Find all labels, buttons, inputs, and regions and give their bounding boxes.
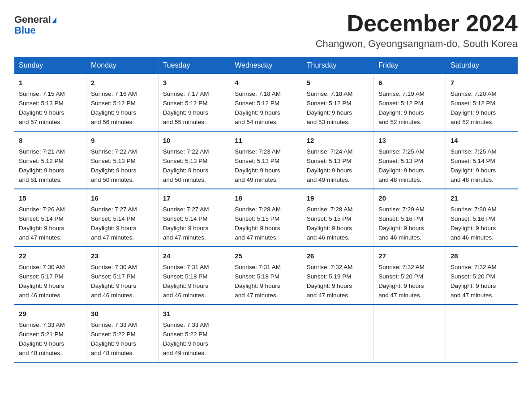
calendar-cell: 1Sunrise: 7:15 AMSunset: 5:13 PMDaylight… [14,74,86,131]
calendar-cell: 9Sunrise: 7:22 AMSunset: 5:13 PMDaylight… [86,131,159,189]
day-info-line: Sunrise: 7:25 AM [450,147,513,157]
calendar-cell: 12Sunrise: 7:24 AMSunset: 5:13 PMDayligh… [302,131,374,189]
calendar-cell: 20Sunrise: 7:29 AMSunset: 5:16 PMDayligh… [374,189,446,247]
day-number: 13 [378,135,441,146]
day-number: 23 [91,251,154,261]
day-info-line: Daylight: 9 hours [19,339,82,349]
day-number: 30 [91,308,154,319]
day-info-line: Sunset: 5:14 PM [19,214,82,224]
day-number: 24 [163,251,226,261]
day-info-line: and 46 minutes. [450,233,513,243]
day-number: 16 [91,193,154,203]
day-number: 8 [19,135,82,146]
day-info-line: Sunrise: 7:23 AM [235,147,297,157]
day-info-line: Sunset: 5:12 PM [235,99,297,108]
calendar-cell: 18Sunrise: 7:28 AMSunset: 5:15 PMDayligh… [230,189,302,247]
day-info-line: Sunrise: 7:31 AM [235,263,297,272]
day-info-line: and 48 minutes. [450,176,513,185]
day-number: 3 [163,77,226,88]
header-cell-sunday: Sunday [14,57,86,74]
day-info-line: Sunset: 5:22 PM [163,330,226,339]
day-info-line: Sunrise: 7:19 AM [378,90,441,99]
day-info-line: Sunrise: 7:30 AM [91,263,154,272]
day-info-line: Sunrise: 7:17 AM [163,90,226,99]
day-info-line: Daylight: 9 hours [19,166,82,176]
day-info-line: Sunset: 5:18 PM [235,272,297,282]
day-info-line: Sunrise: 7:33 AM [91,321,154,330]
header-cell-friday: Friday [374,57,446,74]
calendar-cell: 28Sunrise: 7:32 AMSunset: 5:20 PMDayligh… [446,247,518,304]
day-info-line: Daylight: 9 hours [91,282,154,291]
day-number: 14 [450,135,513,146]
calendar-header: SundayMondayTuesdayWednesdayThursdayFrid… [14,57,518,74]
calendar-cell: 31Sunrise: 7:33 AMSunset: 5:22 PMDayligh… [158,304,230,362]
day-info-line: Sunrise: 7:32 AM [307,263,369,272]
day-info-line: Sunrise: 7:31 AM [163,263,226,272]
day-info-line: Sunset: 5:20 PM [450,272,513,282]
day-info-line: and 46 minutes. [378,233,441,243]
calendar-cell: 14Sunrise: 7:25 AMSunset: 5:14 PMDayligh… [446,131,518,189]
day-number: 9 [91,135,154,146]
header-cell-wednesday: Wednesday [230,57,302,74]
day-info-line: Sunset: 5:19 PM [307,272,369,282]
day-info-line: Daylight: 9 hours [450,224,513,233]
day-info-line: Sunset: 5:18 PM [163,272,226,282]
day-number: 17 [163,193,226,203]
day-info-line: and 49 minutes. [235,176,297,185]
day-number: 25 [235,251,297,261]
day-info-line: and 47 minutes. [450,291,513,300]
day-info-line: and 50 minutes. [91,176,154,185]
day-info-line: and 51 minutes. [19,176,82,185]
day-info-line: Daylight: 9 hours [91,339,154,349]
calendar-cell: 24Sunrise: 7:31 AMSunset: 5:18 PMDayligh… [158,247,230,304]
day-info-line: Daylight: 9 hours [19,108,82,118]
calendar-cell: 27Sunrise: 7:32 AMSunset: 5:20 PMDayligh… [374,247,446,304]
header-cell-saturday: Saturday [446,57,518,74]
header-cell-monday: Monday [86,57,159,74]
day-info-line: and 52 minutes. [450,118,513,127]
calendar-cell: 7Sunrise: 7:20 AMSunset: 5:12 PMDaylight… [446,74,518,131]
day-info-line: Sunset: 5:17 PM [19,272,82,282]
day-info-line: Sunrise: 7:21 AM [19,147,82,157]
day-info-line: Sunset: 5:13 PM [163,157,226,166]
day-info-line: Sunset: 5:13 PM [235,157,297,166]
calendar-cell: 5Sunrise: 7:18 AMSunset: 5:12 PMDaylight… [302,74,374,131]
day-info-line: Daylight: 9 hours [307,224,369,233]
day-info-line: Sunrise: 7:24 AM [307,147,369,157]
day-info-line: Sunset: 5:13 PM [19,99,82,108]
calendar-cell [374,304,446,362]
day-info-line: and 49 minutes. [307,176,369,185]
day-info-line: Daylight: 9 hours [163,339,226,349]
day-info-line: and 48 minutes. [378,176,441,185]
day-info-line: Sunrise: 7:30 AM [450,205,513,214]
day-info-line: Daylight: 9 hours [235,108,297,118]
calendar-cell: 11Sunrise: 7:23 AMSunset: 5:13 PMDayligh… [230,131,302,189]
day-info-line: and 47 minutes. [378,291,441,300]
day-info-line: Sunset: 5:15 PM [235,214,297,224]
day-info-line: and 56 minutes. [91,118,154,127]
calendar-cell: 29Sunrise: 7:33 AMSunset: 5:21 PMDayligh… [14,304,86,362]
day-number: 15 [19,193,82,203]
day-info-line: Sunset: 5:12 PM [307,99,369,108]
day-info-line: and 47 minutes. [307,291,369,300]
day-number: 29 [19,308,82,319]
calendar-cell: 25Sunrise: 7:31 AMSunset: 5:18 PMDayligh… [230,247,302,304]
day-info-line: Daylight: 9 hours [163,166,226,176]
day-info-line: and 48 minutes. [91,349,154,358]
logo-triangle-icon [52,17,56,23]
day-info-line: and 47 minutes. [91,233,154,243]
day-info-line: Sunrise: 7:32 AM [378,263,441,272]
day-number: 1 [19,77,82,88]
day-info-line: and 50 minutes. [163,176,226,185]
calendar-cell: 10Sunrise: 7:22 AMSunset: 5:13 PMDayligh… [158,131,230,189]
day-info-line: Sunrise: 7:16 AM [91,90,154,99]
day-info-line: Sunset: 5:12 PM [163,99,226,108]
day-number: 27 [378,251,441,261]
day-info-line: Daylight: 9 hours [235,166,297,176]
day-info-line: and 53 minutes. [307,118,369,127]
day-info-line: Daylight: 9 hours [450,166,513,176]
calendar-cell: 17Sunrise: 7:27 AMSunset: 5:14 PMDayligh… [158,189,230,247]
day-info-line: Sunset: 5:14 PM [91,214,154,224]
day-info-line: Sunset: 5:12 PM [378,99,441,108]
day-info-line: Sunrise: 7:18 AM [307,90,369,99]
